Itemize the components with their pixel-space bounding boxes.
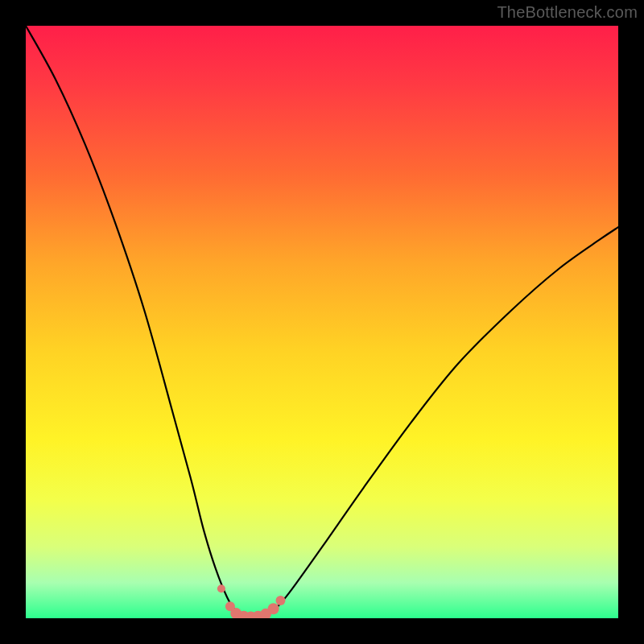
trough-dot [268, 603, 279, 614]
plot-area [26, 26, 618, 618]
curve-layer [26, 26, 618, 618]
chart-frame: TheBottleneck.com [0, 0, 644, 644]
watermark-text: TheBottleneck.com [497, 3, 638, 22]
trough-dot [275, 596, 285, 605]
trough-dot [217, 584, 225, 592]
bottleneck-curve [26, 26, 618, 617]
trough-dots [217, 584, 286, 618]
